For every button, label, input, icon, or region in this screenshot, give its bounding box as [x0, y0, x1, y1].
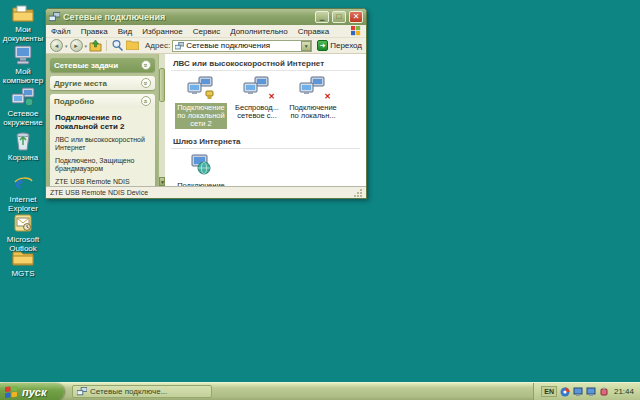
- microsoft-outlook-icon: [11, 212, 35, 234]
- address-dropdown-button[interactable]: [301, 41, 311, 51]
- my-computer-icon: [11, 44, 35, 66]
- taskbar-clock[interactable]: 21:44: [614, 387, 634, 396]
- sidebar-scrollbar[interactable]: [158, 54, 165, 186]
- svg-text:e: e: [16, 174, 23, 191]
- forward-button[interactable]: [70, 39, 83, 52]
- status-bar: ZTE USB Remote NDIS Device: [46, 186, 366, 198]
- internet-explorer-icon: e: [11, 172, 35, 194]
- tray-network-icon-2[interactable]: [586, 387, 596, 397]
- details-title: Подробно: [54, 97, 94, 106]
- menu-file[interactable]: Файл: [51, 27, 71, 36]
- tray-network-icon[interactable]: [573, 387, 583, 397]
- details-header[interactable]: Подробно: [50, 94, 155, 108]
- tray-update-icon[interactable]: [560, 387, 570, 397]
- desktop-icon-mgts-folder[interactable]: MGTS: [0, 246, 46, 278]
- desktop-icon-my-documents[interactable]: Мои документы: [0, 2, 46, 43]
- menu-help[interactable]: Справка: [298, 27, 329, 36]
- lan-disconnected-icon: [287, 75, 339, 101]
- network-tasks-header[interactable]: Сетевые задачи: [50, 58, 155, 72]
- disconnected-x-icon: [268, 93, 275, 101]
- my-documents-icon: [11, 2, 35, 24]
- desktop-icon-network-places[interactable]: Сетевое окружение: [0, 86, 46, 127]
- resize-grip[interactable]: [353, 188, 362, 197]
- other-places-header[interactable]: Другие места: [50, 76, 155, 90]
- language-indicator[interactable]: EN: [541, 386, 557, 397]
- tray-device-icon[interactable]: [599, 387, 609, 397]
- chevron-down-icon[interactable]: [141, 60, 151, 70]
- search-icon: [111, 39, 124, 52]
- details-line: ZTE USB Remote NDIS Device: [55, 178, 150, 186]
- internet-gateway-icon: [175, 153, 227, 179]
- chevron-up-icon[interactable]: [141, 96, 151, 106]
- folders-button[interactable]: [126, 39, 139, 52]
- menu-bar: Файл Правка Вид Избранное Сервис Дополни…: [46, 25, 366, 38]
- maximize-button[interactable]: [332, 11, 346, 23]
- network-tasks-title: Сетевые задачи: [54, 61, 118, 70]
- menu-advanced[interactable]: Дополнительно: [230, 27, 288, 36]
- menu-favorites[interactable]: Избранное: [142, 27, 183, 36]
- desktop-icon-label: MGTS: [0, 269, 46, 278]
- back-dropdown-icon[interactable]: ▾: [65, 43, 68, 49]
- start-label: пуск: [22, 386, 47, 398]
- up-button[interactable]: [89, 39, 102, 52]
- task-sidebar: Сетевые задачи Другие места Подробно Под…: [46, 54, 158, 186]
- chevron-down-icon[interactable]: [141, 78, 151, 88]
- forward-dropdown-icon[interactable]: ▾: [85, 43, 88, 49]
- taskbar-item-network-connections[interactable]: Сетевые подключе...: [72, 385, 212, 398]
- go-button[interactable]: Переход: [317, 40, 362, 51]
- connection-label: Подключение по локальн...: [287, 103, 339, 121]
- desktop-icon-label: Мой компьютер: [0, 67, 46, 85]
- back-button[interactable]: [50, 39, 63, 52]
- desktop-icon-label: Мои документы: [0, 25, 46, 43]
- task-label: Сетевые подключе...: [90, 387, 167, 396]
- windows-flag-icon: [5, 386, 18, 398]
- connection-label: Подключение к Интернету: [175, 181, 227, 186]
- details-line: ЛВС или высокоскоростной Интернет: [55, 136, 150, 152]
- gateway-items-row: Подключение к Интернету: [171, 149, 360, 186]
- window-titlebar[interactable]: Сетевые подключения: [46, 9, 366, 25]
- connection-wireless[interactable]: Беспровод... сетевое с...: [231, 75, 283, 129]
- window-title: Сетевые подключения: [63, 12, 312, 22]
- network-places-icon: [11, 86, 35, 108]
- close-button[interactable]: [349, 11, 363, 23]
- minimize-button[interactable]: [315, 11, 329, 23]
- task-network-icon: [77, 387, 87, 396]
- connection-lan-2[interactable]: Подключение по локальной сети 2: [175, 75, 227, 129]
- desktop-icon-internet-explorer[interactable]: e Internet Explorer: [0, 172, 46, 213]
- window-body: Сетевые задачи Другие места Подробно Под…: [46, 54, 366, 186]
- panel-details: Подробно Подключение по локальной сети 2…: [50, 94, 155, 186]
- details-line: Подключено, Защищено брандмауэром: [55, 157, 150, 173]
- search-button[interactable]: [111, 39, 124, 52]
- windows-logo-icon: [351, 26, 361, 36]
- details-body: Подключение по локальной сети 2 ЛВС или …: [50, 108, 155, 186]
- other-places-title: Другие места: [54, 79, 107, 88]
- desktop-icon-recycle-bin[interactable]: Корзина: [0, 130, 46, 162]
- connections-pane: ЛВС или высокоскоростной Интернет Подклю…: [165, 54, 366, 186]
- menu-edit[interactable]: Правка: [81, 27, 108, 36]
- folders-icon: [126, 39, 139, 50]
- connection-lan-disconnected[interactable]: Подключение по локальн...: [287, 75, 339, 129]
- recycle-bin-icon: [11, 130, 35, 152]
- desktop-icon-my-computer[interactable]: Мой компьютер: [0, 44, 46, 85]
- taskbar: пуск Сетевые подключе... EN 21:44: [0, 382, 640, 400]
- lan-connection-icon: [175, 75, 227, 101]
- folder-icon: [11, 246, 35, 268]
- menu-tools[interactable]: Сервис: [193, 27, 220, 36]
- address-network-icon: [175, 42, 184, 50]
- go-arrow-icon: [317, 40, 328, 51]
- disconnected-x-icon: [324, 93, 331, 101]
- panel-network-tasks: Сетевые задачи: [50, 58, 155, 72]
- go-label: Переход: [330, 41, 362, 50]
- details-heading: Подключение по локальной сети 2: [55, 113, 150, 131]
- address-label: Адрес:: [145, 41, 170, 50]
- toolbar-separator: [106, 40, 107, 51]
- connection-internet-gateway[interactable]: Подключение к Интернету: [175, 153, 227, 186]
- start-button[interactable]: пуск: [0, 383, 64, 400]
- panel-other-places: Другие места: [50, 76, 155, 90]
- navigation-toolbar: ▾ ▾ Адрес: Сетевые подключения Переход: [46, 38, 366, 54]
- menu-view[interactable]: Вид: [118, 27, 132, 36]
- connection-label: Подключение по локальной сети 2: [175, 103, 227, 129]
- up-folder-icon: [89, 39, 102, 52]
- address-bar[interactable]: Сетевые подключения: [172, 40, 312, 52]
- status-text: ZTE USB Remote NDIS Device: [50, 189, 148, 196]
